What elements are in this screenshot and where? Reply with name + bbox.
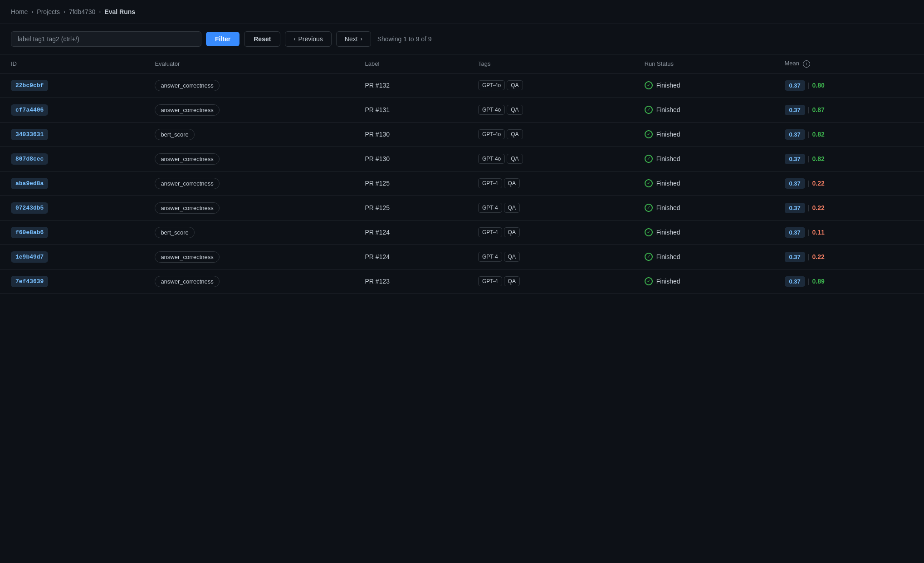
tag-badge: QA <box>504 227 520 237</box>
eval-runs-table-container: ID Evaluator Label Tags Run Status Mean … <box>0 54 924 305</box>
previous-button[interactable]: ‹ Previous <box>285 31 331 47</box>
label-text: PR #132 <box>365 82 390 89</box>
tag-badge: GPT-4o <box>478 129 505 139</box>
cell-mean: 0.37|0.82 <box>774 147 924 171</box>
table-row[interactable]: 07243db5answer_correctnessPR #125GPT-4QA… <box>0 196 924 220</box>
cell-run-status: Finished <box>634 98 774 122</box>
filter-button[interactable]: Filter <box>206 32 240 46</box>
cell-label: PR #124 <box>354 245 467 269</box>
cell-mean: 0.37|0.22 <box>774 171 924 196</box>
table-row[interactable]: cf7a4406answer_correctnessPR #131GPT-4oQ… <box>0 98 924 122</box>
evaluator-badge[interactable]: answer_correctness <box>155 80 219 91</box>
table-row[interactable]: aba9ed8aanswer_correctnessPR #125GPT-4QA… <box>0 171 924 196</box>
status-text: Finished <box>656 204 680 211</box>
cell-evaluator: answer_correctness <box>144 245 354 269</box>
cell-evaluator: answer_correctness <box>144 269 354 294</box>
id-badge[interactable]: 34033631 <box>11 129 48 140</box>
cell-label: PR #130 <box>354 122 467 147</box>
status-check-icon <box>645 179 653 187</box>
cell-mean: 0.37|0.82 <box>774 122 924 147</box>
status-finished: Finished <box>645 81 763 89</box>
cell-run-status: Finished <box>634 196 774 220</box>
breadcrumb-projects[interactable]: Projects <box>37 8 60 15</box>
col-header-evaluator: Evaluator <box>144 54 354 73</box>
id-badge[interactable]: aba9ed8a <box>11 178 48 189</box>
next-button[interactable]: Next › <box>336 31 371 47</box>
tag-badge: GPT-4 <box>478 203 502 213</box>
evaluator-badge[interactable]: answer_correctness <box>155 178 219 189</box>
table-row[interactable]: 22bc9cbfanswer_correctnessPR #132GPT-4oQ… <box>0 73 924 98</box>
mean-compare-value: 0.89 <box>812 278 824 285</box>
cell-run-status: Finished <box>634 220 774 245</box>
breadcrumb-project-id[interactable]: 7fdb4730 <box>69 8 95 15</box>
cell-tags: GPT-4QA <box>467 171 634 196</box>
mean-compare-value: 0.87 <box>812 106 824 113</box>
evaluator-badge[interactable]: answer_correctness <box>155 202 219 214</box>
table-row[interactable]: 807d8cecanswer_correctnessPR #130GPT-4oQ… <box>0 147 924 171</box>
table-row[interactable]: 34033631bert_scorePR #130GPT-4oQAFinishe… <box>0 122 924 147</box>
cell-tags: GPT-4QA <box>467 269 634 294</box>
cell-label: PR #125 <box>354 171 467 196</box>
tag-badge: QA <box>507 154 523 164</box>
pagination-info: Showing 1 to 9 of 9 <box>377 35 432 43</box>
mean-compare-value: 0.82 <box>812 155 824 162</box>
mean-info-icon[interactable]: i <box>803 60 810 68</box>
status-finished: Finished <box>645 179 763 187</box>
cell-mean: 0.37|0.80 <box>774 73 924 98</box>
label-text: PR #125 <box>365 204 390 211</box>
status-check-icon <box>645 130 653 138</box>
status-check-icon <box>645 106 653 114</box>
breadcrumb-current: Eval Runs <box>104 8 135 15</box>
mean-base-badge: 0.37 <box>785 80 805 91</box>
id-badge[interactable]: 7ef43639 <box>11 276 48 287</box>
status-check-icon <box>645 253 653 261</box>
mean-compare-value: 0.22 <box>812 180 824 187</box>
id-badge[interactable]: 807d8cec <box>11 153 48 165</box>
id-badge[interactable]: 1e9b49d7 <box>11 251 48 263</box>
evaluator-badge[interactable]: answer_correctness <box>155 104 219 116</box>
cell-label: PR #132 <box>354 73 467 98</box>
cell-evaluator: answer_correctness <box>144 196 354 220</box>
evaluator-badge[interactable]: answer_correctness <box>155 251 219 263</box>
tag-badge: QA <box>507 129 523 139</box>
breadcrumb-home[interactable]: Home <box>11 8 28 15</box>
table-row[interactable]: 1e9b49d7answer_correctnessPR #124GPT-4QA… <box>0 245 924 269</box>
tag-badge: QA <box>504 178 520 188</box>
tag-badge: QA <box>504 276 520 286</box>
mean-separator: | <box>808 253 810 260</box>
status-text: Finished <box>656 106 680 113</box>
evaluator-badge[interactable]: bert_score <box>155 227 194 238</box>
search-input[interactable] <box>11 31 201 47</box>
id-badge[interactable]: 07243db5 <box>11 202 48 214</box>
mean-separator: | <box>808 106 810 113</box>
evaluator-badge[interactable]: answer_correctness <box>155 153 219 165</box>
mean-base-badge: 0.37 <box>785 276 805 287</box>
label-text: PR #124 <box>365 229 390 236</box>
id-badge[interactable]: cf7a4406 <box>11 104 48 116</box>
cell-tags: GPT-4QA <box>467 220 634 245</box>
mean-cell: 0.37|0.82 <box>785 154 913 164</box>
reset-button[interactable]: Reset <box>244 31 280 47</box>
tag-badge: QA <box>504 252 520 262</box>
mean-base-badge: 0.37 <box>785 227 805 238</box>
tag-badge: GPT-4o <box>478 80 505 90</box>
evaluator-badge[interactable]: bert_score <box>155 129 194 140</box>
evaluator-badge[interactable]: answer_correctness <box>155 276 219 287</box>
mean-compare-value: 0.82 <box>812 131 824 138</box>
mean-separator: | <box>808 180 810 187</box>
status-text: Finished <box>656 131 680 138</box>
tag-badge: GPT-4 <box>478 252 502 262</box>
id-badge[interactable]: 22bc9cbf <box>11 80 48 91</box>
mean-cell: 0.37|0.87 <box>785 105 913 115</box>
id-badge[interactable]: f60e8ab6 <box>11 227 48 238</box>
status-text: Finished <box>656 82 680 89</box>
mean-base-badge: 0.37 <box>785 203 805 213</box>
cell-tags: GPT-4oQA <box>467 98 634 122</box>
table-row[interactable]: 7ef43639answer_correctnessPR #123GPT-4QA… <box>0 269 924 294</box>
cell-label: PR #131 <box>354 98 467 122</box>
table-row[interactable]: f60e8ab6bert_scorePR #124GPT-4QAFinished… <box>0 220 924 245</box>
cell-tags: GPT-4oQA <box>467 147 634 171</box>
status-check-icon <box>645 204 653 212</box>
mean-compare-value: 0.80 <box>812 82 824 89</box>
col-header-tags: Tags <box>467 54 634 73</box>
